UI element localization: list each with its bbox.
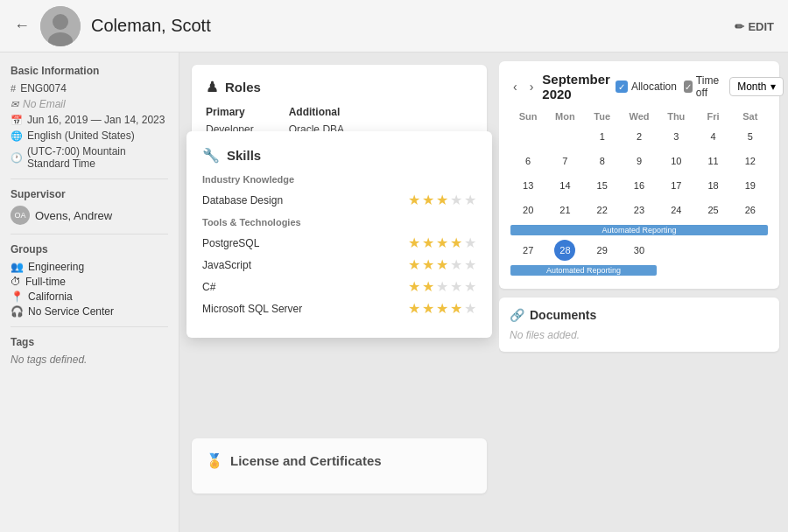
cal-prev-button[interactable]: ‹ [510, 78, 521, 95]
cal-day-cell: 5 [732, 124, 769, 149]
cal-day-number[interactable]: 9 [625, 150, 653, 172]
cal-next-button[interactable]: › [526, 78, 538, 95]
group-icon-engineering: 👥 [11, 261, 24, 273]
day-header-tue: Tue [584, 108, 621, 124]
skills-title: 🔧 Skills [202, 147, 476, 164]
cal-day-number[interactable]: 17 [662, 175, 690, 196]
license-title: 🏅 License and Certificates [206, 452, 473, 469]
cal-day-number[interactable]: 25 [700, 200, 728, 220]
cal-day-number[interactable]: 10 [662, 150, 690, 172]
stars-csharp: ★ ★ ★ ★ ★ [408, 278, 476, 295]
cal-day-number[interactable]: 22 [588, 200, 616, 220]
cal-day-cell: 20 [510, 198, 546, 222]
cal-day-empty [736, 240, 764, 261]
cal-day-number[interactable]: 20 [514, 200, 542, 220]
cal-day-cell: 11 [694, 149, 731, 173]
cal-day-number[interactable]: 29 [588, 240, 616, 261]
cal-day-number[interactable]: 23 [625, 200, 653, 220]
group-icon-fulltime: ⏱ [11, 276, 21, 288]
cal-day-cell: 29 [584, 238, 621, 262]
cal-day-number[interactable]: 1 [588, 126, 616, 147]
cal-day-cell: 25 [694, 198, 731, 222]
allocation-checkbox-label[interactable]: ✓ Allocation [616, 80, 677, 93]
cal-day-number[interactable]: 12 [736, 150, 764, 172]
cal-event-row: Automated Reporting [510, 262, 769, 278]
back-button[interactable]: ← [14, 17, 30, 35]
cal-day-cell: 2 [621, 124, 658, 149]
cal-day-number[interactable]: 24 [662, 200, 690, 220]
cal-day-cell: 1 [584, 124, 621, 149]
cal-day-number[interactable]: 2 [625, 126, 653, 147]
cal-day-number[interactable]: 27 [514, 240, 542, 261]
cal-day-number[interactable]: 4 [700, 126, 728, 147]
grid-icon: # [11, 83, 16, 94]
allocation-checkbox[interactable]: ✓ [616, 80, 628, 93]
cal-day-number[interactable]: 7 [551, 150, 579, 172]
group-icon-service: 🎧 [11, 305, 24, 318]
cal-day-cell: 24 [658, 198, 694, 222]
calendar-event-bar: Automated Reporting [510, 265, 657, 276]
cal-day-cell: 7 [546, 149, 583, 173]
group-icon-california: 📍 [11, 290, 24, 303]
day-header-fri: Fri [694, 108, 731, 124]
tags-empty: No tags defined. [11, 354, 168, 366]
emp-id-field: # ENG0074 [11, 82, 168, 94]
roles-icon: ♟ [206, 79, 218, 95]
cal-day-cell: 16 [621, 173, 658, 198]
cal-day-number[interactable]: 6 [514, 150, 542, 172]
cal-day-number[interactable]: 8 [588, 150, 616, 172]
cal-day-cell: 14 [546, 173, 583, 198]
cal-day-cell: 18 [694, 173, 731, 198]
cal-day-number[interactable]: 14 [551, 175, 579, 196]
calendar-event-bar: Automated Reporting [510, 225, 768, 235]
cal-day-number[interactable]: 28 [554, 240, 575, 261]
cal-day-number[interactable]: 16 [625, 175, 653, 196]
star-2: ★ [422, 192, 434, 208]
documents-title: 🔗 Documents [510, 308, 769, 322]
cal-day-number[interactable]: 26 [736, 200, 764, 220]
skill-row-mssql: Microsoft SQL Server ★ ★ ★ ★ ★ [202, 300, 476, 317]
time-off-checkbox-label[interactable]: ✓ Time off [684, 74, 722, 99]
cal-day-number[interactable]: 5 [736, 126, 764, 147]
cal-day-number[interactable]: 11 [700, 150, 728, 172]
month-dropdown[interactable]: Month ▾ [729, 77, 783, 96]
skills-card: 🔧 Skills Industry Knowledge Database Des… [186, 131, 492, 338]
cal-day-number[interactable]: 15 [588, 175, 616, 196]
tools-section-label: Tools & Technologies [202, 217, 476, 228]
cal-day-number[interactable]: 21 [551, 200, 579, 220]
cal-day-cell: 12 [732, 149, 769, 173]
stars-database-design: ★ ★ ★ ★ ★ [408, 192, 476, 208]
calendar-grid: Sun Mon Tue Wed Thu Fri Sat 123456789101… [510, 108, 769, 278]
cal-day-number[interactable]: 19 [736, 175, 764, 196]
documents-card: 🔗 Documents No files added. [499, 298, 779, 352]
cal-day-cell: 26 [732, 198, 769, 222]
cal-day-number[interactable]: 30 [625, 240, 653, 261]
chevron-down-icon: ▾ [770, 80, 776, 93]
basic-info-title: Basic Information [11, 65, 168, 77]
cal-day-number[interactable]: 13 [514, 175, 542, 196]
skill-row-javascript: JavaScript ★ ★ ★ ★ ★ [202, 256, 476, 273]
cal-event-cell: Automated Reporting [510, 222, 769, 238]
skill-row-database-design: Database Design ★ ★ ★ ★ ★ [202, 192, 476, 208]
documents-empty: No files added. [510, 329, 769, 341]
cal-day-cell: 22 [584, 198, 621, 222]
day-header-sat: Sat [732, 108, 769, 124]
calendar-icon: 📅 [11, 115, 23, 126]
star-5: ★ [464, 192, 476, 208]
email-field: ✉ No Email [11, 98, 168, 110]
sidebar: Basic Information # ENG0074 ✉ No Email 📅… [0, 52, 179, 532]
cal-day-cell: 23 [621, 198, 658, 222]
employee-name: Coleman, Scott [91, 16, 211, 36]
svg-point-1 [53, 14, 68, 30]
edit-button[interactable]: ✏ EDIT [735, 19, 774, 32]
cal-day-cell: 3 [658, 124, 694, 149]
cal-day-number[interactable]: 3 [662, 126, 690, 147]
stars-postgresql: ★ ★ ★ ★ ★ [408, 234, 476, 251]
cal-day-cell: 30 [621, 238, 658, 262]
license-icon: 🏅 [206, 452, 223, 469]
cal-day-empty [700, 240, 728, 261]
roles-title: ♟ Roles [206, 79, 473, 95]
time-off-checkbox[interactable]: ✓ [684, 80, 693, 93]
cal-day-cell [658, 238, 694, 262]
cal-day-number[interactable]: 18 [700, 175, 728, 196]
